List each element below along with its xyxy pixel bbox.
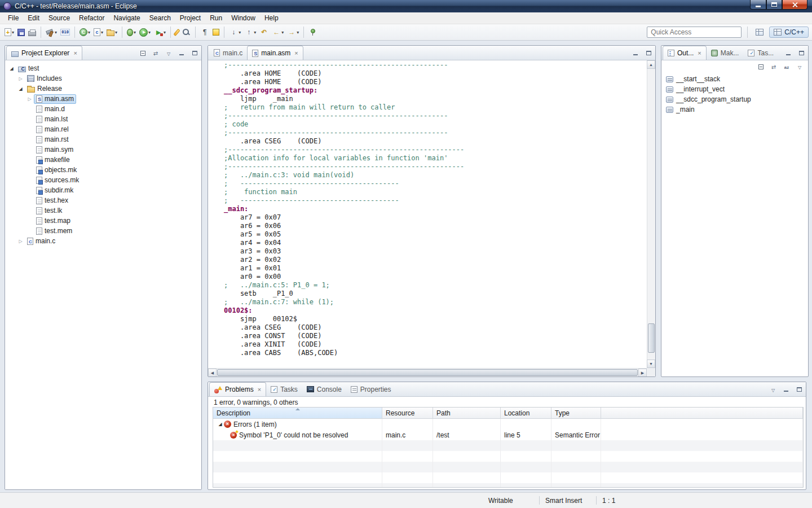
new-cpp-class-button[interactable]: C▾ <box>78 27 91 37</box>
show-whitespace-button[interactable]: ¶ <box>199 27 210 38</box>
code-line[interactable]: ar0 = 0x00 <box>224 273 647 281</box>
search-button[interactable] <box>180 27 192 38</box>
outline-item-interrupt-vect[interactable]: __interrupt_vect <box>664 84 806 94</box>
maximize-view-button[interactable] <box>797 49 805 57</box>
code-line[interactable]: .area XINIT (CODE) <box>224 340 647 349</box>
new-wizard-button[interactable]: +▾ <box>3 27 15 37</box>
code-line[interactable]: sjmp 00102$ <box>224 315 647 323</box>
tree-item-main-d[interactable]: main.d <box>5 104 201 114</box>
external-tools-button[interactable]: ▶▾ <box>153 27 167 38</box>
scroll-right-button[interactable] <box>638 369 647 377</box>
tree-item-main-rel[interactable]: main.rel <box>5 124 201 134</box>
dropdown-arrow-icon[interactable]: ▾ <box>134 30 136 35</box>
scroll-left-button[interactable] <box>208 369 217 377</box>
code-line[interactable]: ; code <box>224 120 647 129</box>
column-header-type[interactable]: Type <box>551 408 601 419</box>
tree-item-test-hex[interactable]: test.hex <box>5 195 201 205</box>
column-header-description[interactable]: Description <box>213 408 382 419</box>
minimize-view-button[interactable] <box>178 49 186 57</box>
menu-source[interactable]: Source <box>44 13 74 23</box>
code-line[interactable]: .area CSEG (CODE) <box>224 323 647 332</box>
close-window-button[interactable] <box>782 0 807 10</box>
dropdown-arrow-icon[interactable]: ▾ <box>297 30 299 35</box>
scroll-up-button[interactable] <box>647 60 655 69</box>
menu-search[interactable]: Search <box>145 13 175 23</box>
tree-item-main-c[interactable]: ▷main.c <box>5 236 201 246</box>
code-line[interactable]: .area CONST (CODE) <box>224 332 647 340</box>
code-line[interactable]: ljmp _main <box>224 95 647 103</box>
code-line[interactable]: .area CABS (ABS,CODE) <box>224 349 647 357</box>
tree-item-makefile[interactable]: makefile <box>5 155 201 165</box>
dropdown-arrow-icon[interactable]: ▾ <box>239 30 241 35</box>
code-line[interactable]: ; --------------------------------------… <box>224 196 647 205</box>
twistie-collapsed-icon[interactable]: ▷ <box>16 239 25 244</box>
problems-row[interactable]: ×Symbol 'P1_0' could not be resolvedmain… <box>213 430 803 440</box>
code-line[interactable]: ;---------------------------------------… <box>224 146 647 154</box>
code-area[interactable]: ;---------------------------------------… <box>208 60 647 368</box>
tree-item-test-map[interactable]: test.map <box>5 216 201 226</box>
dropdown-arrow-icon[interactable]: ▾ <box>164 30 166 35</box>
tab-problems[interactable]: Problems× <box>209 382 266 396</box>
problems-row[interactable]: ◢×Errors (1 item) <box>213 419 803 430</box>
close-tab-icon[interactable]: × <box>698 50 701 56</box>
menu-file[interactable]: File <box>3 13 23 23</box>
tab-main-c[interactable]: main.c <box>209 46 247 60</box>
quick-access-input[interactable] <box>647 27 742 38</box>
run-button[interactable]: ▶▾ <box>138 27 152 38</box>
menu-run[interactable]: Run <box>205 13 227 23</box>
collapse-all-button[interactable] <box>139 49 147 57</box>
code-line[interactable]: ;---------------------------------------… <box>224 61 647 69</box>
minimize-view-button[interactable] <box>784 49 792 57</box>
dropdown-arrow-icon[interactable]: ▾ <box>281 30 284 35</box>
outline-item-start-stack[interactable]: __start__stack <box>664 74 806 84</box>
back-button[interactable]: ←▾ <box>271 27 285 38</box>
column-header-path[interactable]: Path <box>433 408 501 419</box>
tree-item-test[interactable]: ◢test <box>5 63 201 73</box>
last-edit-location-button[interactable]: ↶ <box>258 27 270 38</box>
horizontal-scrollbar-thumb[interactable] <box>217 369 638 376</box>
dropdown-arrow-icon[interactable]: ▾ <box>101 30 103 35</box>
scroll-down-button[interactable] <box>647 360 655 368</box>
dropdown-arrow-icon[interactable]: ▾ <box>88 30 90 35</box>
cpp-perspective-button[interactable]: C/C++ <box>769 27 809 38</box>
twistie-expanded-icon[interactable]: ◢ <box>7 66 16 71</box>
code-line[interactable]: ar7 = 0x07 <box>224 213 647 222</box>
maximize-editor-button[interactable] <box>645 49 652 57</box>
tab-out[interactable]: Out...× <box>663 46 707 60</box>
outline-item-main[interactable]: _main <box>664 104 806 115</box>
code-line[interactable]: ar2 = 0x02 <box>224 256 647 264</box>
build-configuration-button[interactable]: 010 <box>59 28 71 37</box>
tab-console[interactable]: Console <box>302 382 346 396</box>
minimize-window-button[interactable] <box>750 0 766 10</box>
link-with-editor-button[interactable] <box>770 63 778 71</box>
tree-item-includes[interactable]: ▷Includes <box>5 73 201 84</box>
minimize-editor-button[interactable] <box>632 49 639 57</box>
column-header-location[interactable]: Location <box>501 408 551 419</box>
maximize-view-button[interactable] <box>191 49 198 57</box>
tree-item-test-mem[interactable]: test.mem <box>5 226 201 236</box>
outline-item-sdcc-program-startup[interactable]: __sdcc_program_startup <box>664 94 806 104</box>
tab-project-explorer[interactable]: Project Explorer × <box>6 46 82 60</box>
code-line[interactable]: .area HOME (CODE) <box>224 78 647 86</box>
build-all-button[interactable]: ▾ <box>45 27 58 37</box>
sort-button[interactable] <box>783 63 791 71</box>
new-cpp-project-button[interactable]: ▾ <box>105 28 118 37</box>
tree-item-main-sym[interactable]: main.sym <box>5 144 201 155</box>
view-menu-button[interactable] <box>769 386 777 393</box>
code-line[interactable]: ; ../main.c:7: while (1); <box>224 298 647 306</box>
vertical-scrollbar-thumb[interactable] <box>648 323 655 353</box>
code-line[interactable]: ;---------------------------------------… <box>224 129 647 137</box>
menu-edit[interactable]: Edit <box>23 13 44 23</box>
tab-mak[interactable]: Mak... <box>707 46 744 60</box>
tree-item-test-lk[interactable]: test.lk <box>5 205 201 216</box>
close-tab-icon[interactable]: × <box>294 50 298 56</box>
tree-item-main-lst[interactable]: main.lst <box>5 114 201 124</box>
forward-button[interactable]: →▾ <box>286 27 300 38</box>
print-button[interactable] <box>27 28 37 37</box>
save-button[interactable] <box>16 28 26 37</box>
collapse-all-button[interactable] <box>757 63 765 71</box>
code-line[interactable]: ; function main <box>224 188 647 196</box>
twistie-collapsed-icon[interactable]: ▷ <box>25 97 34 102</box>
tree-item-release[interactable]: ◢Release <box>5 84 201 94</box>
view-menu-button[interactable] <box>796 63 804 71</box>
